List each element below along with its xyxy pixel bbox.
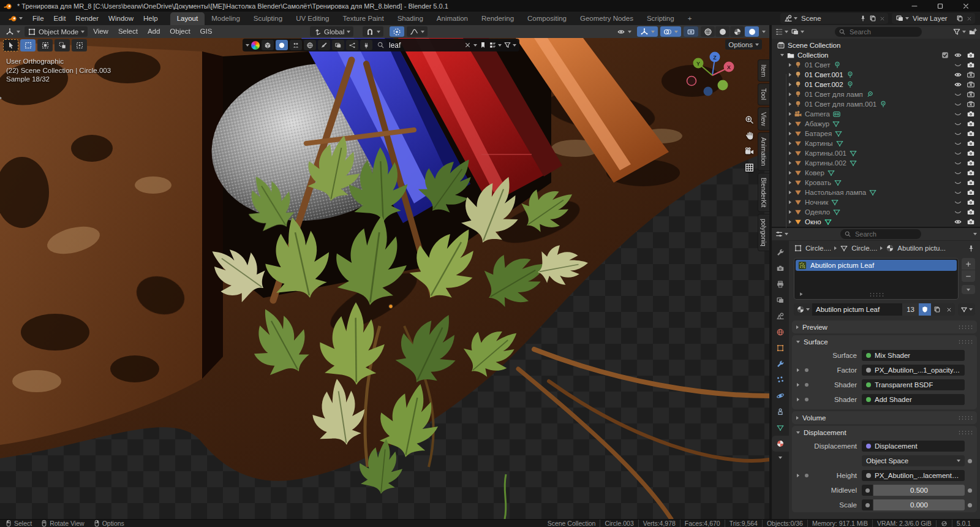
render-off-icon[interactable] [967, 100, 975, 108]
render-on-icon[interactable] [967, 129, 975, 138]
properties-options-dropdown[interactable] [973, 233, 977, 235]
expand-icon[interactable] [789, 63, 791, 67]
eye-closed-icon[interactable] [954, 100, 962, 108]
panel-grip[interactable] [958, 339, 973, 344]
new-collection-button[interactable] [968, 28, 977, 36]
collapse-panel-icon[interactable] [796, 341, 800, 343]
workspace-tab-compositing[interactable]: Compositing [521, 12, 573, 25]
show-overlays-toggle[interactable] [660, 26, 681, 37]
workspace-tab-modeling[interactable]: Modeling [205, 12, 247, 25]
breadcrumb-material[interactable]: Abutilon pictu... [897, 245, 946, 252]
eye-closed-icon[interactable] [954, 159, 962, 167]
network-offline-icon[interactable] [936, 520, 952, 527]
asset-type-brush-icon[interactable] [318, 40, 330, 50]
render-off-icon[interactable] [967, 90, 975, 99]
material-slot-selected[interactable]: Abutilon pictum Leaf [796, 260, 957, 271]
material-slot-list[interactable]: Abutilon pictum Leaf [794, 258, 959, 300]
eye-open-icon[interactable] [954, 70, 962, 79]
value-socket[interactable] [862, 499, 873, 510]
render-on-icon[interactable] [967, 178, 975, 187]
outliner-row-collection[interactable]: Collection [772, 50, 980, 60]
navigation-gizmo[interactable]: Z Y X [684, 50, 740, 106]
render-on-icon[interactable] [967, 188, 975, 197]
asset-type-character-icon[interactable] [290, 40, 302, 50]
socket-dot[interactable] [805, 398, 809, 401]
outliner-search-field[interactable] [835, 27, 922, 37]
viewport-menu-add[interactable]: Add [143, 25, 164, 38]
tab-modifiers-icon[interactable] [772, 356, 789, 372]
render-on-icon[interactable] [967, 208, 975, 216]
close-button[interactable] [956, 0, 976, 12]
scale-slider[interactable]: 0.000 [873, 499, 965, 510]
material-users-count[interactable]: 13 [902, 303, 919, 316]
properties-search-input[interactable] [854, 230, 915, 238]
render-on-icon[interactable] [967, 169, 975, 177]
filters-dropdown[interactable] [503, 41, 516, 49]
menu-window[interactable]: Window [104, 12, 138, 25]
viewport-menu-gis[interactable]: GIS [196, 25, 217, 38]
render-off-icon[interactable] [967, 80, 975, 89]
render-on-icon[interactable] [967, 119, 975, 128]
render-on-icon[interactable] [967, 139, 975, 148]
unlink-material-icon[interactable] [943, 303, 955, 316]
outliner-item[interactable]: Абажур [772, 119, 980, 129]
collapse-panel-icon[interactable] [796, 431, 800, 434]
tab-output-icon[interactable] [772, 276, 789, 292]
gizmo-axis-z-negative[interactable] [704, 87, 713, 96]
hide-viewport-icon[interactable] [954, 51, 962, 59]
outliner-item[interactable]: 01 Свет.002 [772, 80, 980, 89]
panel-grip[interactable] [958, 325, 973, 329]
height-texture-field[interactable]: PX_Abutilon_...lacement.jpg [862, 470, 965, 481]
eye-closed-icon[interactable] [954, 169, 962, 177]
asset-type-addon-icon[interactable] [360, 40, 372, 50]
active-tool-select-box[interactable] [3, 39, 18, 51]
show-gizmos-toggle[interactable] [637, 26, 658, 37]
workspace-tab-sculpting[interactable]: Sculpting [247, 12, 289, 25]
collapse-icon[interactable] [780, 54, 784, 56]
material-name-field[interactable]: Abutilon pictum Leaf [812, 303, 902, 316]
viewport-menu-view[interactable]: View [89, 25, 113, 38]
camera-view-icon[interactable] [744, 146, 755, 157]
new-material-icon[interactable] [931, 303, 943, 316]
proportional-falloff-dropdown[interactable] [407, 26, 428, 37]
eye-closed-icon[interactable] [954, 198, 962, 207]
menu-edit[interactable]: Edit [49, 12, 71, 25]
outliner-item[interactable]: Окно [772, 217, 980, 227]
tab-object-icon[interactable] [772, 340, 789, 356]
outliner-item[interactable]: Кровать [772, 178, 980, 188]
asset-type-material-icon[interactable] [276, 40, 288, 50]
render-on-icon[interactable] [967, 159, 975, 167]
expand-socket-icon[interactable] [797, 383, 799, 387]
tab-render-icon[interactable] [772, 260, 789, 276]
outliner-item[interactable]: Картины.002 [772, 158, 980, 168]
viewport-3d[interactable]: Object Mode View Select Add Object GIS G… [0, 25, 769, 519]
workspace-tab-layout[interactable]: Layout [170, 12, 205, 25]
render-on-icon[interactable] [967, 61, 975, 69]
sidebar-tab-animation[interactable]: Animation [758, 132, 769, 171]
panel-preview[interactable]: Preview [792, 320, 977, 333]
asset-type-hdr-icon[interactable] [332, 40, 344, 50]
workspace-tab-animation[interactable]: Animation [430, 12, 475, 25]
tab-scene-icon[interactable] [772, 308, 789, 324]
eye-open-icon[interactable] [954, 80, 962, 89]
scene-browse-icon[interactable] [783, 14, 799, 23]
mode-dropdown[interactable]: Object Mode [24, 26, 88, 37]
menu-help[interactable]: Help [138, 12, 163, 25]
slot-specials-dropdown[interactable] [962, 285, 975, 294]
asset-type-nodegroup-icon[interactable] [346, 40, 358, 50]
eye-closed-icon[interactable] [954, 139, 962, 148]
render-on-icon[interactable] [967, 149, 975, 157]
eye-closed-icon[interactable] [954, 110, 962, 118]
viewport-menu-object[interactable]: Object [165, 25, 194, 38]
add-workspace-button[interactable]: + [681, 12, 699, 25]
eye-closed-icon[interactable] [954, 208, 962, 216]
zoom-icon[interactable] [744, 115, 755, 125]
slot-list-expand-icon[interactable] [798, 291, 804, 297]
tab-physics-icon[interactable] [772, 388, 789, 404]
socket-dot[interactable] [805, 383, 809, 387]
browse-material-dropdown[interactable] [794, 303, 812, 316]
eye-closed-icon[interactable] [954, 178, 962, 187]
tab-tool-icon[interactable] [772, 245, 789, 260]
scene-name[interactable]: Scene [801, 15, 857, 22]
shading-wireframe-button[interactable] [701, 26, 715, 37]
